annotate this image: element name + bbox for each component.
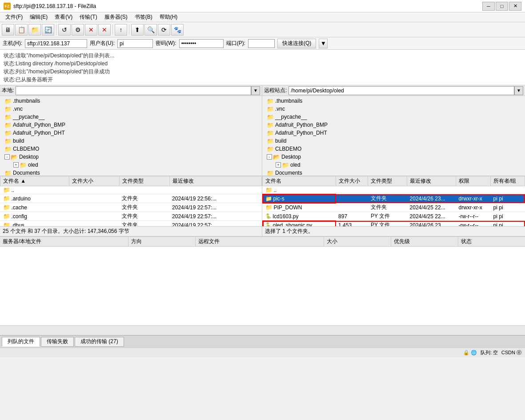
tree-item-thumbnails-r[interactable]: 📁 .thumbnails [263,97,524,105]
toolbar-sync[interactable]: ⟳ [158,24,170,36]
toolbar-upload[interactable]: ↑ [115,24,127,36]
pass-input[interactable] [179,39,224,48]
expand-desktop-r[interactable]: - [267,154,272,160]
toolbar-btn2[interactable]: 📋 [15,24,28,36]
toolbar-btn4[interactable]: 🔄 [42,24,54,36]
menu-help[interactable]: 帮助(H) [156,12,181,22]
table-row[interactable]: 📁pic-s 文件夹 2024/4/26 23... drwxr-xr-x pi… [263,194,525,203]
col-owner-r[interactable]: 所有者/组 [491,176,525,186]
table-row[interactable]: 🐍oled_showpic.py 1,453 PY 文件 2024/4/26 2… [263,221,525,227]
menu-server[interactable]: 服务器(S) [101,12,131,22]
main-area: 本地: ▼ 📁 .thumbnails 📁 .vnc 📁 __pycache__… [0,85,525,236]
transfer-col-direction[interactable]: 方向 [128,237,196,246]
expand-desktop[interactable]: - [4,154,10,160]
transfer-body [0,247,525,325]
tree-item-adafruit-dht-r[interactable]: 📁 Adafruit_Python_DHT [263,129,524,137]
quickconnect-button[interactable]: 快速连接(Q) [277,39,316,48]
table-row[interactable]: 📁.. [0,186,262,194]
minimize-button[interactable]: ─ [482,2,495,11]
col-perm-r[interactable]: 权限 [456,176,491,186]
tree-item-pycache[interactable]: 📁 __pycache__ [1,113,261,121]
tree-item-vnc-r[interactable]: 📁 .vnc [263,105,524,113]
remote-path-input[interactable] [289,86,514,95]
port-input[interactable] [248,39,275,48]
col-filesize-r[interactable]: 文件大小 [336,176,368,186]
table-row[interactable]: 📁.dbus 文件夹 2024/4/19 22:57:... [0,221,262,227]
table-row[interactable]: 🐍lcd1603.py 897 PY 文件 2024/4/25 22... -r… [263,212,525,221]
tree-item-desktop-r[interactable]: - 📂 Desktop [263,153,524,161]
col-modified[interactable]: 最近修改 [169,176,261,186]
tree-item-label: Desktop [19,154,39,160]
tree-item-clbdemo[interactable]: 📁 CLBDEMO [1,145,261,153]
tree-item-vnc[interactable]: 📁 .vnc [1,105,261,113]
toolbar-sep3 [129,24,129,35]
transfer-col-server[interactable]: 服务器/本地文件 [0,237,128,246]
maximize-button[interactable]: □ [496,2,508,11]
tab-failed-transfers[interactable]: 传输失败 [41,337,74,347]
tree-item-build-r[interactable]: 📁 build [263,137,524,145]
col-filename-r[interactable]: 文件名 [263,176,336,186]
tree-item-pycache-r[interactable]: 📁 __pycache__ [263,113,524,121]
tab-successful-transfers[interactable]: 成功的传输 (27) [75,337,124,347]
modified: 2024/4/19 22:57:... [169,221,261,227]
toolbar-search[interactable]: 🔍 [144,24,157,36]
tree-item-documents-r[interactable]: 📁 Documents [263,169,524,176]
filename: .cache [12,204,27,211]
user-input[interactable] [117,39,153,48]
menu-bookmark[interactable]: 书签(B) [131,12,156,22]
tab-queued-files[interactable]: 列队的文件 [2,337,40,347]
toolbar-up-dir[interactable]: ⬆ [131,24,144,36]
table-row[interactable]: 📁PIP_DOWN 文件夹 2024/4/25 22... drwxr-xr-x… [263,203,525,212]
col-filename[interactable]: 文件名 ▲ [0,176,69,186]
col-filetype[interactable]: 文件类型 [119,176,169,186]
tree-item-adafruit-bmp-r[interactable]: 📁 Adafruit_Python_BMP [263,121,524,129]
transfer-col-remote[interactable]: 远程文件 [196,237,324,246]
table-row[interactable]: 📁.. [263,186,525,194]
toolbar-btn3[interactable]: 📁 [28,24,41,36]
quickconnect-dropdown[interactable]: ▼ [319,39,328,48]
expand-oled-r[interactable]: + [276,162,281,168]
table-row[interactable]: 📁.arduino 文件夹 2024/4/19 22:56:... [0,194,262,203]
filename: oled_showpic.py [273,222,313,227]
local-file-area: 文件名 ▲ 文件大小 文件类型 最近修改 📁.. [0,176,262,236]
close-button[interactable]: ✕ [509,2,521,11]
tree-item-oled-r[interactable]: + 📁 oled [263,161,524,169]
local-path-input[interactable] [16,86,251,95]
col-filesize[interactable]: 文件大小 [69,176,119,186]
tree-item-clbdemo-r[interactable]: 📁 CLBDEMO [263,145,524,153]
tree-item-thumbnails[interactable]: 📁 .thumbnails [1,97,261,105]
host-input[interactable] [25,39,87,48]
status-line-2: 状态:Listing directory /home/pi/Desktop/ol… [4,60,521,68]
transfer-col-status[interactable]: 状态 [458,237,525,246]
toolbar-new-site[interactable]: 🖥 [2,24,14,36]
local-path-dropdown[interactable]: ▼ [251,86,260,95]
local-label: 本地: [2,87,14,94]
menu-view[interactable]: 查看(V) [51,12,76,22]
toolbar-cancel[interactable]: ✕ [85,24,97,36]
tree-item-label: CLBDEMO [13,146,39,152]
transfer-col-size[interactable]: 大小 [324,237,391,246]
toolbar-compare[interactable]: 🐾 [171,24,184,36]
tree-item-desktop[interactable]: - 📂 Desktop [1,153,261,161]
tree-item-label: .thumbnails [275,98,302,104]
tree-item-adafruit-bmp[interactable]: 📁 Adafruit_Python_BMP [1,121,261,129]
toolbar-cancel2[interactable]: ✕ [98,24,111,36]
tree-item-oled[interactable]: + 📁 oled [1,161,261,169]
menu-edit[interactable]: 编辑(E) [26,12,51,22]
expand-oled[interactable]: + [13,162,19,168]
transfer-col-priority[interactable]: 优先级 [391,237,458,246]
perm: drwxr-xr-x [456,203,491,212]
menu-transfer[interactable]: 传输(T) [76,12,100,22]
table-row[interactable]: 📁.config 文件夹 2024/4/19 22:57:... [0,212,262,221]
table-row[interactable]: 📁.cache 文件夹 2024/4/19 22:57:... [0,203,262,212]
tree-item-adafruit-dht[interactable]: 📁 Adafruit_Python_DHT [1,129,261,137]
toolbar-process[interactable]: ⚙ [72,24,84,36]
menu-file[interactable]: 文件(F) [2,12,26,22]
port-label: 端口(P): [226,40,245,47]
tree-item-build[interactable]: 📁 build [1,137,261,145]
toolbar-refresh[interactable]: ↺ [58,24,71,36]
tree-item-documents[interactable]: 📁 Documents [1,169,261,176]
remote-path-dropdown[interactable]: ▼ [514,86,523,95]
col-filetype-r[interactable]: 文件类型 [368,176,407,186]
col-modified-r[interactable]: 最近修改 [407,176,456,186]
